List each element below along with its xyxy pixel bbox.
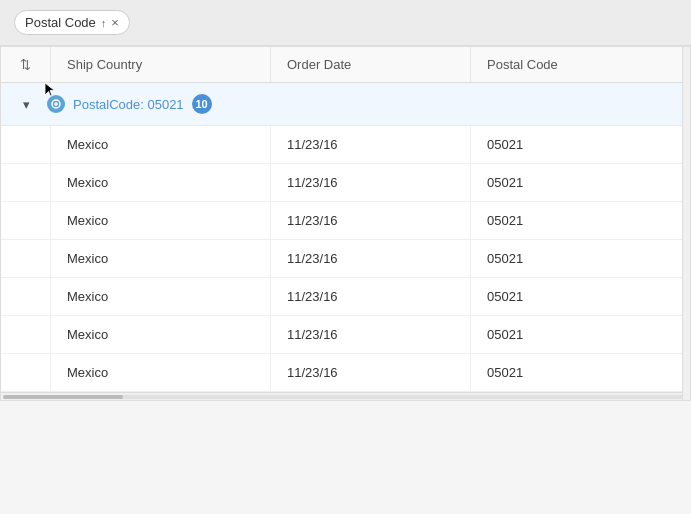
- group-row: ▾ PostalCode: 05021 10: [1, 83, 690, 126]
- row-indent: [1, 278, 51, 315]
- pill-label: Postal Code: [25, 15, 96, 30]
- cell-ship-country: Mexico: [51, 278, 271, 315]
- cell-ship-country: Mexico: [51, 126, 271, 163]
- cell-order-date: 11/23/16: [271, 164, 471, 201]
- cell-order-date: 11/23/16: [271, 126, 471, 163]
- cell-order-date: 11/23/16: [271, 354, 471, 391]
- table-row: Mexico 11/23/16 05021: [1, 126, 690, 164]
- table-row: Mexico 11/23/16 05021: [1, 202, 690, 240]
- row-indent: [1, 354, 51, 391]
- horizontal-scrollbar[interactable]: [1, 392, 690, 400]
- cell-order-date: 11/23/16: [271, 202, 471, 239]
- cell-postal-code: 05021: [471, 240, 690, 277]
- top-bar: Postal Code ↑ ×: [0, 0, 691, 46]
- cell-postal-code: 05021: [471, 278, 690, 315]
- vertical-scrollbar[interactable]: [682, 47, 690, 400]
- cell-order-date: 11/23/16: [271, 278, 471, 315]
- group-icon: [47, 95, 65, 113]
- cell-postal-code: 05021: [471, 126, 690, 163]
- group-field: PostalCode:: [73, 97, 147, 112]
- sort-pill: Postal Code ↑ ×: [14, 10, 130, 35]
- cell-ship-country: Mexico: [51, 354, 271, 391]
- cell-postal-code: 05021: [471, 164, 690, 201]
- row-indent: [1, 240, 51, 277]
- cell-order-date: 11/23/16: [271, 240, 471, 277]
- remove-sort-button[interactable]: ×: [111, 16, 119, 29]
- cell-postal-code: 05021: [471, 316, 690, 353]
- group-label: PostalCode: 05021: [73, 97, 184, 112]
- cell-ship-country: Mexico: [51, 240, 271, 277]
- group-value: 05021: [147, 97, 183, 112]
- sort-asc-icon: ↑: [101, 17, 107, 29]
- row-indent: [1, 126, 51, 163]
- row-indent: [1, 316, 51, 353]
- scrollbar-thumb[interactable]: [3, 395, 123, 399]
- chevron-down-icon: ▾: [23, 97, 30, 112]
- cell-ship-country: Mexico: [51, 164, 271, 201]
- cell-ship-country: Mexico: [51, 316, 271, 353]
- row-indent: [1, 202, 51, 239]
- row-indent: [1, 164, 51, 201]
- table-row: Mexico 11/23/16 05021: [1, 240, 690, 278]
- cell-order-date: 11/23/16: [271, 316, 471, 353]
- table-row: Mexico 11/23/16 05021: [1, 316, 690, 354]
- column-header-postal-code: Postal Code: [471, 47, 690, 82]
- table-row: Mexico 11/23/16 05021: [1, 278, 690, 316]
- cell-postal-code: 05021: [471, 202, 690, 239]
- data-rows: Mexico 11/23/16 05021 Mexico 11/23/16 05…: [1, 126, 690, 392]
- cell-ship-country: Mexico: [51, 202, 271, 239]
- table-row: Mexico 11/23/16 05021: [1, 354, 690, 392]
- column-header-order-date: Order Date: [271, 47, 471, 82]
- group-count-badge: 10: [192, 94, 212, 114]
- column-header-ship-country: Ship Country: [51, 47, 271, 82]
- collapse-icon: ⇅: [20, 57, 31, 72]
- table-row: Mexico 11/23/16 05021: [1, 164, 690, 202]
- cell-postal-code: 05021: [471, 354, 690, 391]
- table-header: ⇅ Ship Country Order Date Postal Code: [1, 47, 690, 83]
- collapse-all-button[interactable]: ⇅: [1, 47, 51, 82]
- data-table: ⇅ Ship Country Order Date Postal Code ▾ …: [0, 46, 691, 401]
- scrollbar-track: [3, 395, 688, 399]
- group-expand-button[interactable]: ▾: [13, 91, 39, 117]
